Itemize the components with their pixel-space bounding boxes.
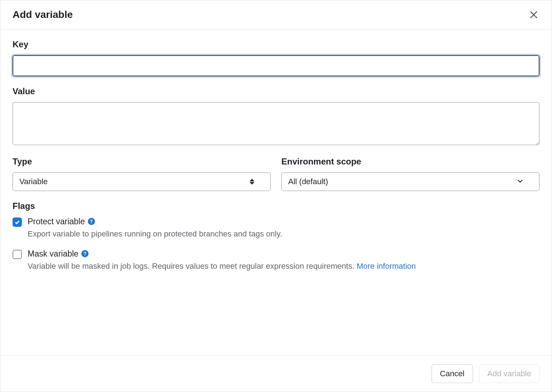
protect-variable-label: Protect variable [28, 217, 85, 226]
cancel-button[interactable]: Cancel [432, 364, 472, 383]
type-selected-value: Variable [19, 177, 48, 186]
check-icon [14, 219, 20, 225]
key-label: Key [13, 39, 539, 49]
protect-variable-label-row: Protect variable ? [28, 217, 282, 226]
modal-title: Add variable [13, 9, 73, 20]
protect-variable-flag: Protect variable ? Export variable to pi… [13, 217, 539, 240]
type-scope-row: Type Variable Environment scope All (def… [13, 157, 539, 191]
modal-header: Add variable [0, 0, 552, 29]
mask-variable-checkbox[interactable] [13, 250, 22, 259]
environment-scope-group: Environment scope All (default) [281, 157, 539, 191]
mask-variable-label: Mask variable [28, 249, 78, 259]
environment-scope-selected-value: All (default) [288, 177, 328, 186]
protect-variable-checkbox[interactable] [13, 217, 22, 227]
key-input[interactable] [13, 55, 539, 76]
value-label: Value [13, 86, 539, 96]
help-icon[interactable]: ? [81, 250, 89, 257]
type-label: Type [13, 157, 271, 167]
close-button[interactable] [528, 9, 539, 20]
modal-body: Key Value Type Variable Environment scop… [0, 29, 552, 355]
modal-footer: Cancel Add variable [0, 355, 552, 392]
type-select[interactable]: Variable [13, 172, 271, 191]
value-group: Value [13, 86, 539, 147]
chevron-down-icon [517, 177, 523, 186]
close-icon [530, 11, 538, 19]
mask-variable-label-row: Mask variable ? [28, 249, 416, 259]
mask-variable-description: Variable will be masked in job logs. Req… [28, 261, 416, 272]
more-information-link[interactable]: More information [357, 262, 416, 271]
add-variable-button[interactable]: Add variable [479, 364, 539, 383]
key-group: Key [13, 39, 539, 76]
type-group: Type Variable [13, 157, 271, 191]
flags-group: Flags Protect variable ? Export variable… [13, 201, 539, 272]
environment-scope-label: Environment scope [281, 157, 539, 167]
environment-scope-select[interactable]: All (default) [281, 172, 539, 191]
protect-variable-description: Export variable to pipelines running on … [28, 229, 282, 240]
help-icon[interactable]: ? [88, 218, 95, 225]
flags-label: Flags [13, 201, 539, 211]
add-variable-modal: Add variable Key Value Type Variable [0, 0, 552, 392]
value-textarea[interactable] [13, 102, 539, 145]
sort-arrows-icon [249, 179, 254, 185]
mask-variable-flag: Mask variable ? Variable will be masked … [13, 249, 539, 272]
